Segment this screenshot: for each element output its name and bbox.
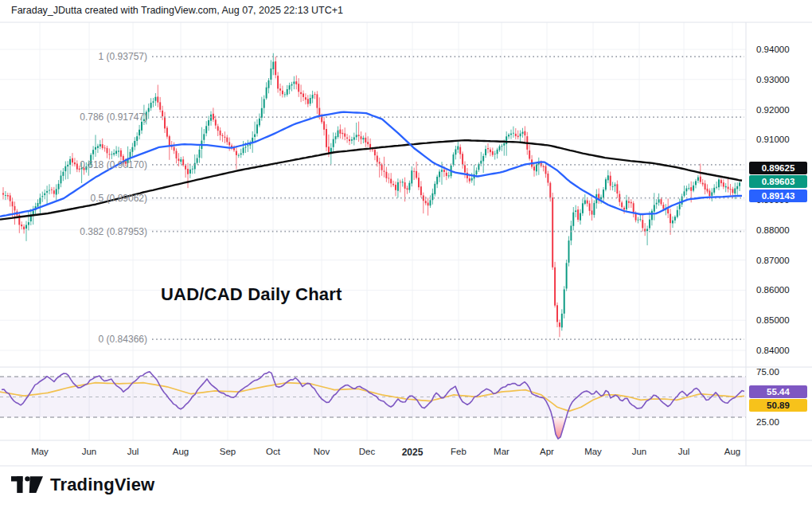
time-axis-label: Jul	[678, 447, 690, 456]
tradingview-logo-text: TradingView	[50, 475, 154, 495]
time-axis-label: Aug	[724, 447, 740, 456]
time-axis-label: Sep	[220, 447, 236, 456]
fib-level-label: 0.618 (0.90170)	[80, 159, 147, 170]
time-axis-label: Mar	[494, 447, 509, 456]
price-axis-label: 0.91000	[756, 135, 790, 144]
price-axis-label: 0.86000	[756, 285, 790, 295]
fib-level-label: 0.786 (0.91747)	[80, 111, 147, 123]
time-axis-label: 2025	[402, 447, 424, 458]
fib-labels: 1 (0.93757)0.786 (0.91747)0.618 (0.90170…	[0, 0, 147, 467]
ma-slow-price-badge: 0.89625	[749, 162, 807, 174]
rsi-axis-label: 25.00	[756, 417, 779, 427]
price-axis-label: 0.84000	[756, 346, 790, 355]
time-axis-label: Oct	[266, 447, 280, 456]
chart-title: UAD/CAD Daily Chart	[161, 284, 342, 305]
time-axis-label: Apr	[540, 447, 554, 456]
time-axis-label: Dec	[359, 447, 375, 456]
time-axis-label: Jul	[127, 447, 139, 456]
price-axis-label: 0.85000	[756, 315, 790, 325]
price-axis-label: 0.93000	[756, 75, 790, 84]
time-axis-label: Jun	[82, 447, 97, 456]
rsi-ma-value-badge: 50.89	[749, 399, 807, 412]
price-axis-label: 0.88000	[756, 225, 790, 235]
ma-fast-price-badge: 0.89143	[749, 190, 807, 202]
time-axis-label: Jun	[632, 447, 647, 456]
time-axis-label: Nov	[314, 447, 330, 456]
time-axis-label: May	[584, 447, 602, 456]
price-axis-label: 0.92000	[756, 105, 790, 115]
fib-level-label: 1 (0.93757)	[99, 51, 147, 62]
tradingview-logo-icon	[11, 476, 43, 494]
rsi-value-badge: 55.44	[749, 385, 807, 398]
last-price-badge: 0.89603	[749, 175, 807, 188]
price-axis-label: 0.94000	[756, 45, 790, 54]
price-axis-label: 0.87000	[756, 256, 790, 265]
fib-level-label: 0 (0.84366)	[99, 334, 147, 345]
tradingview-logo[interactable]: TradingView	[11, 475, 154, 495]
time-axis-label: May	[31, 447, 49, 456]
time-axis-label: Aug	[173, 447, 189, 456]
rsi-axis-label: 75.00	[756, 367, 779, 377]
time-axis-label: Feb	[451, 447, 467, 456]
fib-level-label: 0.5 (0.89062)	[91, 193, 147, 204]
fib-level-label: 0.382 (0.87953)	[80, 226, 147, 237]
